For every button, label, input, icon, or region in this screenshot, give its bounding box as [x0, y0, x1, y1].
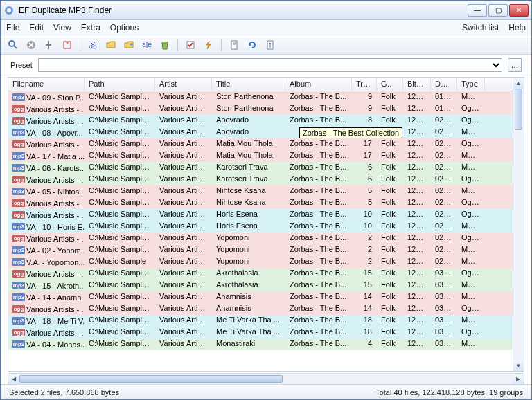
table-row[interactable]: oggVarious Artists - ...C:\Music Sample.…	[8, 209, 513, 221]
folder-export-icon[interactable]	[122, 38, 136, 52]
svg-rect-15	[161, 42, 168, 43]
new-icon[interactable]: *	[60, 38, 74, 52]
search-icon[interactable]	[6, 38, 20, 52]
menu-file[interactable]: File	[6, 23, 19, 33]
document-icon[interactable]	[227, 38, 241, 52]
col-type[interactable]: Type	[457, 78, 485, 91]
cell-dur: 02:26	[431, 115, 457, 127]
col-album[interactable]: Album	[285, 78, 352, 91]
cell-title: Akrothalasia	[212, 280, 285, 291]
cell-path: C:\Music Sample...	[85, 150, 155, 162]
table-row[interactable]: mp3VA - 17 - Matia ...C:\Music Sample...…	[8, 150, 513, 162]
cell-genre: Folk	[377, 303, 403, 315]
scroll-left-icon[interactable]: ◀	[8, 374, 19, 384]
settings-icon[interactable]	[42, 38, 56, 52]
cell-type: Ogg V	[457, 233, 485, 244]
toolbar: * a|e	[1, 35, 531, 55]
menu-extra[interactable]: Extra	[81, 23, 100, 33]
cell-path: C:\Music Sample...	[85, 244, 155, 256]
cell-genre: Folk	[377, 115, 403, 127]
cell-title: Nihtose Ksana	[212, 185, 285, 197]
cell-album: Zorbas - The B...	[285, 209, 352, 221]
vertical-scrollbar[interactable]: ▲ ▼	[513, 78, 524, 371]
cell-album: Zorbas - The B...	[285, 197, 352, 209]
cell-genre: Folk	[377, 327, 403, 338]
menu-view[interactable]: View	[53, 23, 71, 33]
table-row[interactable]: oggVarious Artists - ...C:\Music Sample.…	[8, 327, 513, 338]
hscroll-thumb[interactable]	[19, 375, 283, 383]
delete-icon[interactable]	[158, 38, 172, 52]
scroll-right-icon[interactable]: ▶	[513, 374, 524, 384]
preset-select[interactable]	[38, 58, 502, 72]
table-row[interactable]: mp3VA - 08 - Apovr...C:\Music Sample...V…	[8, 127, 513, 138]
scroll-up-icon[interactable]: ▲	[513, 78, 524, 89]
table-row[interactable]: oggVarious Artists - ...C:\Music Sample.…	[8, 233, 513, 244]
table-row[interactable]: oggVarious Artists - ...C:\Music Sample.…	[8, 138, 513, 150]
cell-artist: Various Artists	[155, 280, 212, 291]
cut-icon[interactable]	[86, 38, 100, 52]
col-artist[interactable]: Artist	[155, 78, 212, 91]
table-row[interactable]: oggVarious Artists - ...C:\Music Sample.…	[8, 174, 513, 185]
table-row[interactable]: oggVarious Artists - ...C:\Music Sample.…	[8, 268, 513, 280]
col-filename[interactable]: Filename	[8, 78, 85, 91]
col-bitrate[interactable]: Bitrate	[403, 78, 431, 91]
rename-icon[interactable]: a|e	[140, 38, 154, 52]
menu-help[interactable]: Help	[508, 23, 526, 33]
menu-edit[interactable]: Edit	[29, 23, 44, 33]
minimize-button[interactable]: —	[468, 4, 487, 17]
col-track[interactable]: Track	[352, 78, 377, 91]
scroll-down-icon[interactable]: ▼	[513, 360, 524, 371]
mp3-icon: mp3	[12, 164, 25, 172]
cell-type: MPEG	[457, 315, 485, 327]
cell-title: Apovrado	[212, 127, 285, 138]
cell-track: 18	[352, 315, 377, 327]
cell-type: Ogg V	[457, 327, 485, 338]
cell-track: 6	[352, 162, 377, 174]
cell-filename: Various Artists - ...	[26, 305, 85, 313]
cell-artist: Various Artists	[155, 185, 212, 197]
refresh-icon[interactable]	[245, 38, 259, 52]
table-row[interactable]: oggVarious Artists - ...C:\Music Sample.…	[8, 197, 513, 209]
export-icon[interactable]	[263, 38, 277, 52]
col-dur[interactable]: Dur...	[431, 78, 457, 91]
cell-filename: VA - 15 - Akroth...	[26, 282, 85, 290]
cell-type: Ogg V	[457, 268, 485, 280]
table-row[interactable]: mp3V.A. - Yopomon...C:\Music SampleVario…	[8, 256, 513, 268]
table-row[interactable]: mp3VA - 04 - Monas...C:\Music Sample...V…	[8, 338, 513, 350]
maximize-button[interactable]: ▢	[488, 4, 508, 17]
cell-genre: Folk	[377, 103, 403, 115]
cell-track: 4	[352, 338, 377, 350]
check-icon[interactable]	[184, 38, 197, 52]
lightning-icon[interactable]	[202, 38, 215, 52]
menu-options[interactable]: Options	[110, 23, 139, 33]
scroll-thumb[interactable]	[515, 89, 522, 130]
table-row[interactable]: oggVarious Artists - ...C:\Music Sample.…	[8, 115, 513, 127]
cell-artist: Various Artists	[155, 103, 212, 115]
horizontal-scrollbar[interactable]: ◀ ▶	[8, 373, 524, 384]
titlebar[interactable]: EF Duplicate MP3 Finder — ▢ ✕	[1, 1, 531, 20]
mp3-icon: mp3	[12, 258, 25, 266]
table-row[interactable]: oggVarious Artists - ...C:\Music Sample.…	[8, 303, 513, 315]
folder-open-icon[interactable]	[104, 38, 118, 52]
close-button[interactable]: ✕	[509, 4, 529, 17]
table-row[interactable]: mp3VA - 09 - Ston P...C:\Music Sample...…	[8, 91, 513, 103]
table-row[interactable]: mp3VA - 02 - Yopom...C:\Music Sample...V…	[8, 244, 513, 256]
cell-type: MPEG	[457, 291, 485, 303]
col-genre[interactable]: Genre	[377, 78, 403, 91]
table-row[interactable]: mp3VA - 10 - Horis E...C:\Music Sample..…	[8, 221, 513, 233]
cell-type: MPEG	[457, 162, 485, 174]
stop-icon[interactable]	[24, 38, 38, 52]
menu-switch-list[interactable]: Switch list	[462, 23, 499, 33]
table-row[interactable]: mp3VA - 15 - Akroth...C:\Music Sample...…	[8, 280, 513, 291]
col-path[interactable]: Path	[85, 78, 155, 91]
table-row[interactable]: mp3VA - 05 - Nihtos...C:\Music Sample...…	[8, 185, 513, 197]
table-row[interactable]: mp3VA - 14 - Anamn...C:\Music Sample...V…	[8, 291, 513, 303]
table-row[interactable]: mp3VA - 18 - Me Ti V...C:\Music Sample..…	[8, 315, 513, 327]
cell-genre: Folk	[377, 209, 403, 221]
table-row[interactable]: oggVarious Artists - ...C:\Music Sample.…	[8, 103, 513, 115]
cell-album: Zorbas - The B...	[285, 315, 352, 327]
col-title[interactable]: Title	[212, 78, 285, 91]
preset-browse-button[interactable]: …	[508, 58, 522, 72]
cell-dur: 02:26	[431, 127, 457, 138]
table-row[interactable]: mp3VA - 06 - Karots...C:\Music Sample...…	[8, 162, 513, 174]
